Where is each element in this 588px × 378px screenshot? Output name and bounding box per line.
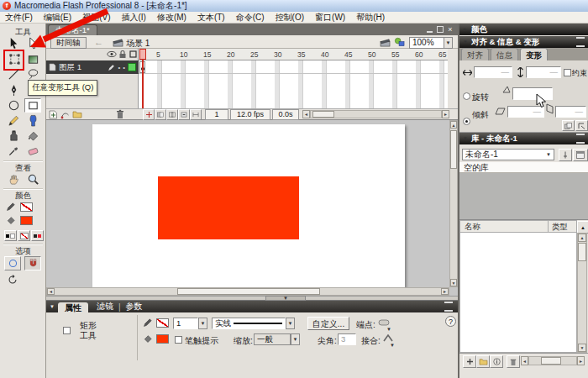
rotate-angle-field[interactable] [512,87,553,100]
timeline-ruler[interactable]: 5101520253035404550556065 [139,49,448,60]
transform-width-field[interactable]: — [474,66,512,78]
canvas-vscrollbar-track[interactable]: ▲ ▼ [449,120,458,287]
cap-dropdown-arrow[interactable]: ▼ [386,327,391,332]
stroke-color-swatch[interactable] [20,202,33,212]
magnet-option-button[interactable] [24,256,41,270]
join-style-dropdown[interactable] [383,334,393,342]
show-hide-layers-icon[interactable] [107,50,117,58]
back-arrow-icon[interactable]: ← [94,37,103,47]
skew-vertical-field[interactable]: — [555,106,586,118]
canvas-hscrollbar-track[interactable]: ◄ ► [46,287,449,296]
outline-layers-icon[interactable] [129,50,137,58]
timeline-scroll-right-arrow[interactable]: ► [442,110,449,118]
panel-menu-icon[interactable] [576,37,585,47]
canvas-hscrollbar-thumb[interactable] [177,288,320,295]
align-info-transform-header[interactable]: ▼ 对齐 & 信息 & 变形 [459,36,588,48]
help-button[interactable]: ? [445,316,456,327]
stroke-style-dropdown-arrow[interactable]: ▼ [286,318,295,329]
tool-preview-checkbox[interactable] [63,327,71,334]
canvas-vscrollbar-thumb[interactable] [450,130,457,169]
canvas-scroll-down-arrow[interactable]: ▼ [450,279,457,286]
center-frame-button[interactable] [143,109,155,120]
snap-to-objects-button[interactable] [4,256,21,270]
line-tool-button[interactable] [5,67,22,81]
panel-menu-icon[interactable] [576,134,585,144]
ink-bottle-tool-button[interactable] [5,129,22,143]
library-column-type[interactable]: 类型 [548,220,577,233]
layer-row[interactable]: 图层 1 • • [46,60,139,74]
library-vscrollbar-thumb[interactable] [578,243,586,261]
library-hscrollbar-thumb[interactable] [541,357,561,365]
library-scroll-down-arrow[interactable]: ▼ [578,344,586,352]
document-tab[interactable]: 未命名-1* [48,24,97,35]
timeline-scroll-left-arrow[interactable]: ◄ [302,110,310,118]
new-library-panel-button[interactable] [573,149,588,161]
restore-button[interactable] [436,26,444,34]
library-scroll-left-arrow[interactable]: ◄ [521,356,528,365]
new-folder-button[interactable] [476,355,490,368]
edit-multiple-frames-button[interactable] [178,109,190,120]
subselection-tool-button[interactable] [24,36,41,50]
library-sort-button[interactable]: ▲ [577,221,588,234]
new-symbol-button[interactable] [463,355,476,368]
stroke-height-dropdown[interactable]: ▼ [198,318,207,329]
join-dropdown-arrow[interactable]: ▼ [390,343,395,348]
rectangle-tool-button[interactable] [24,98,41,113]
custom-stroke-button[interactable]: 自定义... [307,317,349,330]
eraser-tool-button[interactable] [24,144,41,158]
timeline-frames-area[interactable] [139,60,448,108]
library-panel-header[interactable]: ▼ 库 - 未命名-1 [459,133,588,144]
skew-horizontal-field[interactable]: — [507,106,544,118]
close-button[interactable]: × [446,26,454,34]
add-motion-guide-button[interactable] [60,110,70,119]
color-panel-header[interactable]: ► 颜色 [459,24,588,35]
skew-radio[interactable] [463,118,470,125]
library-scroll-right-arrow[interactable]: ► [577,356,585,365]
menu-item[interactable]: 插入(I) [121,12,145,24]
hand-tool-button[interactable] [5,172,22,186]
paint-bucket-tool-button[interactable] [24,129,41,143]
pen-tool-button[interactable] [5,83,22,97]
prop-stroke-color-swatch[interactable] [156,318,169,328]
library-vscrollbar-track[interactable]: ▲ ▼ [577,233,587,353]
library-item-list[interactable] [459,233,577,353]
pin-library-button[interactable] [559,149,572,161]
delete-layer-trash-button[interactable] [116,109,124,119]
brush-tool-button[interactable] [24,113,41,128]
zoom-tool-button[interactable] [24,172,41,186]
lock-layers-icon[interactable] [118,50,127,59]
tab-filters[interactable]: 滤镜 [97,301,113,312]
copy-and-apply-transform-button[interactable] [562,120,575,131]
scene-label[interactable]: 场景 1 [126,38,150,50]
insert-layer-folder-button[interactable] [72,110,82,118]
menu-item[interactable]: 命令(C) [236,12,265,24]
item-properties-button[interactable] [490,355,503,368]
scale-dropdown[interactable]: 一般 [254,333,291,345]
default-colors-button[interactable] [4,230,17,241]
constrain-checkbox[interactable] [564,69,571,76]
delete-item-trash-button[interactable] [507,355,520,368]
timeline-scrollbar-thumb[interactable] [312,111,334,118]
edit-scene-icon[interactable] [380,38,391,47]
miter-field[interactable]: 3 [338,333,356,345]
layer-visible-dot[interactable]: • [118,64,120,71]
scale-dropdown-arrow[interactable]: ▼ [291,333,300,345]
rotate-radio[interactable] [463,92,470,100]
drawn-rectangle[interactable] [158,176,299,239]
tab-transform[interactable]: 变形 [520,48,548,60]
panel-expanded-arrow-icon[interactable]: ▼ [50,304,55,309]
layer-outline-color-box[interactable] [128,63,136,71]
modify-onion-markers-button[interactable] [190,109,202,120]
menu-item[interactable]: 窗口(W) [315,12,345,24]
frame-rate-indicator[interactable]: 12.0 fps [230,109,270,120]
menu-item[interactable]: 帮助(H) [356,12,385,24]
transform-height-field[interactable]: — [526,66,561,78]
eyedropper-tool-button[interactable] [5,144,22,158]
onion-skin-button[interactable] [155,109,166,120]
pencil-tool-button[interactable] [5,113,22,128]
canvas-scroll-left-arrow[interactable]: ◄ [47,288,55,295]
canvas-scroll-right-arrow[interactable]: ► [441,288,449,295]
onion-skin-outlines-button[interactable] [166,109,178,120]
selection-tool-button[interactable] [5,36,22,50]
library-document-select[interactable]: 未命名-1 ▼ [462,149,554,160]
